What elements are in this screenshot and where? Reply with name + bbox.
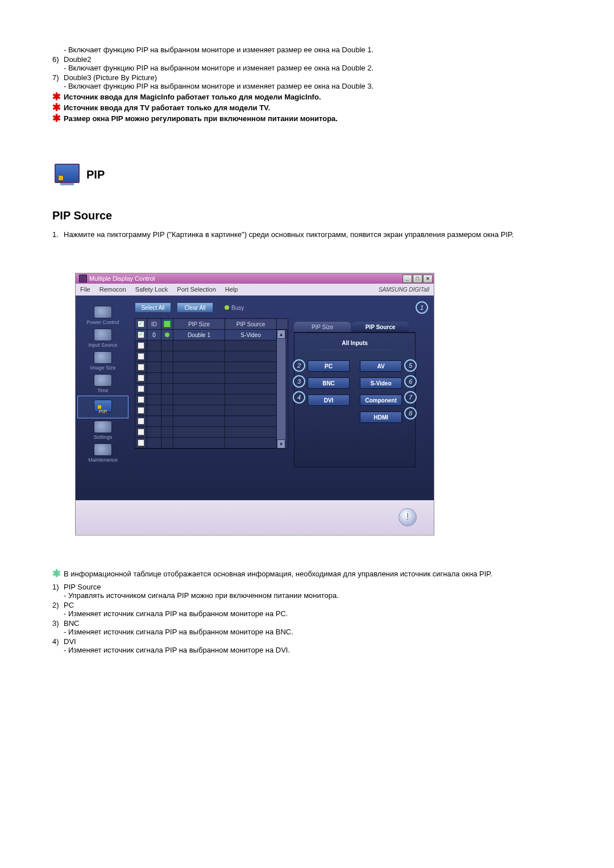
menu-safety-lock[interactable]: Safety Lock — [135, 286, 168, 293]
row-checkbox[interactable] — [138, 439, 144, 446]
pc-button[interactable]: PC — [308, 360, 350, 372]
row-checkbox[interactable] — [138, 375, 144, 381]
sidebar-item-maintenance[interactable]: Maintenance — [78, 442, 128, 464]
maintenance-icon — [94, 443, 112, 456]
table-row[interactable] — [135, 340, 277, 351]
intro-paragraph: 1. Нажмите на пиктограмму PIP ("Картинка… — [52, 230, 562, 239]
grid-header: ID PIP Size PIP Source — [135, 319, 288, 330]
list-item-desc: - Изменяет источник сигнала PIP на выбра… — [64, 646, 562, 654]
asterisk-icon: ✱ — [52, 114, 60, 122]
callout-badge-5: 5 — [404, 359, 417, 372]
select-all-button[interactable]: Select All — [135, 302, 171, 313]
callout-badge-2: 2 — [293, 359, 305, 372]
menu-file[interactable]: File — [80, 286, 90, 293]
row-checkbox[interactable] — [138, 418, 144, 425]
note-text: В информационной таблице отображается ос… — [64, 570, 492, 578]
row-checkbox[interactable] — [138, 407, 144, 414]
panel-heading: All Inputs — [318, 333, 392, 350]
list-item-desc: - Включает функцию PIP на выбранном мони… — [64, 82, 562, 90]
svideo-button[interactable]: S-Video — [360, 377, 402, 389]
important-note-2: ✱ Источник ввода для TV работает только … — [52, 103, 562, 112]
list-item-2: 2) PC - Изменяет источник сигнала PIP на… — [52, 601, 562, 618]
minimize-button[interactable]: _ — [403, 275, 412, 283]
list-item-title: BNC — [64, 619, 79, 628]
row-pipsize: Double 1 — [173, 330, 225, 340]
maximize-button[interactable]: □ — [413, 275, 422, 283]
sidebar-item-image-size[interactable]: Image Size — [78, 350, 128, 372]
clear-all-button[interactable]: Clear All — [177, 302, 213, 313]
table-row[interactable] — [135, 438, 277, 448]
sidebar-item-power[interactable]: Power Control — [78, 305, 128, 326]
callout-badge-6: 6 — [404, 375, 417, 388]
table-row[interactable] — [135, 373, 277, 384]
callout-badge-1: 1 — [416, 301, 428, 314]
sidebar-item-label: Time — [97, 388, 109, 393]
status-dot-icon — [165, 333, 169, 337]
app-footer: ! — [76, 500, 434, 534]
menu-port-selection[interactable]: Port Selection — [177, 286, 215, 293]
list-item-7: 7) Double3 (Picture By Picture) - Включа… — [52, 73, 562, 90]
sidebar-item-label: Settings — [94, 434, 113, 440]
row-checkbox[interactable] — [138, 353, 144, 360]
list-item-desc: - Включает функцию PIP на выбранном мони… — [64, 64, 562, 72]
av-button[interactable]: AV — [360, 360, 402, 372]
table-row[interactable] — [135, 362, 277, 373]
sidebar-item-input-source[interactable]: Input Source — [78, 327, 128, 349]
menu-help[interactable]: Help — [225, 286, 238, 293]
input-source-icon — [94, 329, 112, 341]
sidebar-item-pip[interactable]: PIP — [77, 396, 128, 418]
grid-header-checkbox[interactable] — [135, 319, 147, 329]
hdmi-button[interactable]: HDMI — [360, 412, 402, 423]
close-button[interactable]: × — [423, 275, 433, 283]
component-button[interactable]: Component — [360, 394, 402, 406]
row-checkbox[interactable] — [138, 331, 144, 338]
scroll-up-icon[interactable]: ▲ — [277, 330, 285, 339]
table-row[interactable] — [135, 427, 277, 438]
all-inputs-panel: All Inputs 2 PC 3 BNC 4 DVI 5 — [294, 333, 416, 467]
tab-label: PIP Source — [366, 324, 396, 330]
pip-heading-text: PIP — [86, 168, 105, 181]
sidebar-item-time[interactable]: Time — [78, 373, 128, 394]
list-item-desc: - Изменяет источник сигнала PIP на выбра… — [64, 609, 562, 618]
tab-pip-size[interactable]: PIP Size — [294, 322, 351, 332]
info-icon[interactable]: ! — [399, 508, 417, 526]
tab-pip-source[interactable]: PIP Source — [352, 322, 409, 332]
menu-remocon[interactable]: Remocon — [99, 286, 126, 293]
list-item-title: DVI — [64, 637, 76, 646]
list-item-desc: - Управлять источником сигнала PIP можно… — [64, 591, 562, 600]
busy-dot-icon — [225, 305, 229, 310]
row-checkbox[interactable] — [138, 342, 144, 349]
important-note-3: ✱ Размер окна PIP можно регулировать при… — [52, 114, 562, 123]
table-row[interactable]: 0 Double 1 S-Video — [135, 330, 277, 340]
row-checkbox[interactable] — [138, 396, 144, 403]
list-item-1: 1) PIP Source - Управлять источником сиг… — [52, 583, 562, 600]
grid-header-id: ID — [147, 319, 161, 329]
grid-area: Select All Clear All Busy ID PIP Size — [135, 302, 288, 500]
section-heading: PIP Source — [52, 209, 562, 222]
bottom-text-block: ✱ В информационной таблице отображается … — [52, 570, 562, 654]
list-item-4: 4) DVI - Изменяет источник сигнала PIP н… — [52, 637, 562, 654]
list-item-title: PC — [64, 601, 74, 609]
info-note: ✱ В информационной таблице отображается … — [52, 570, 562, 578]
dvi-button[interactable]: DVI — [308, 394, 350, 406]
list-item-title: Double2 — [64, 55, 91, 64]
table-row[interactable] — [135, 405, 277, 416]
bnc-button[interactable]: BNC — [308, 377, 350, 389]
app-icon — [79, 275, 87, 283]
table-row[interactable] — [135, 384, 277, 394]
row-checkbox[interactable] — [138, 385, 144, 392]
list-item-6: 6) Double2 - Включает функцию PIP на выб… — [52, 55, 562, 72]
table-row[interactable] — [135, 416, 277, 427]
asterisk-icon: ✱ — [52, 103, 60, 111]
row-checkbox[interactable] — [138, 429, 144, 435]
vertical-scrollbar[interactable]: ▲ ▼ — [277, 330, 285, 448]
asterisk-icon: ✱ — [52, 570, 60, 578]
app-screenshot: Multiple Display Control _ □ × File Remo… — [75, 273, 434, 535]
sidebar-item-settings[interactable]: Settings — [78, 420, 128, 441]
list-item-number: 3) — [52, 619, 64, 628]
scroll-down-icon[interactable]: ▼ — [277, 439, 285, 448]
table-row[interactable] — [135, 351, 277, 362]
tab-bar: PIP Size PIP Source 1 — [294, 322, 416, 333]
row-checkbox[interactable] — [138, 364, 144, 371]
table-row[interactable] — [135, 394, 277, 405]
